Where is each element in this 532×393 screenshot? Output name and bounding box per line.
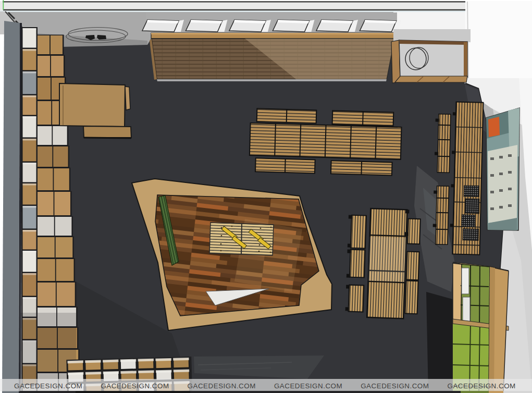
svg-text:GACEDESIGN.COM: GACEDESIGN.COM xyxy=(14,382,82,390)
svg-text:GACEDESIGN.COM: GACEDESIGN.COM xyxy=(274,382,342,390)
svg-text:GACEDESIGN.COM: GACEDESIGN.COM xyxy=(101,382,169,390)
svg-text:GACEDESIGN.COM: GACEDESIGN.COM xyxy=(188,382,256,390)
svg-text:GACEDESIGN.COM: GACEDESIGN.COM xyxy=(448,382,516,390)
svg-text:GACEDESIGN.COM: GACEDESIGN.COM xyxy=(361,382,429,390)
